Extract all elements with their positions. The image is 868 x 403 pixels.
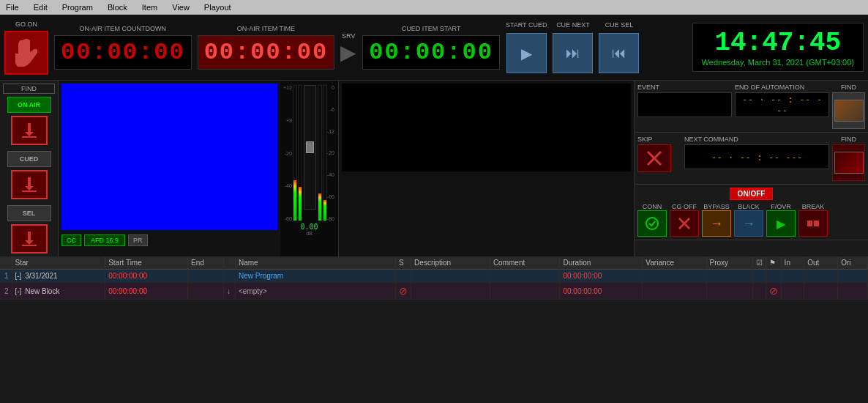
row2-variance (643, 283, 706, 300)
controls-row: CONN CG OFF (637, 203, 865, 237)
skip-end-icon: ⏮ (612, 45, 626, 62)
start-cued-button[interactable]: ▶ (506, 33, 547, 73)
cue-next-button[interactable]: ⏭ (553, 33, 593, 73)
row2-in (781, 283, 804, 300)
event-row: EVENT END OF AUTOMATION -- · -- : -- ---… (635, 81, 868, 133)
break-section: BREAK (798, 203, 828, 237)
go-on-button[interactable] (4, 31, 48, 75)
menu-item[interactable]: Item (139, 3, 160, 12)
menu-bar: File Edit Program Block Item View Playou… (0, 0, 868, 15)
cued-section: CUED ITEM START 00:00:00 (362, 25, 500, 70)
find-right2-button[interactable] (832, 144, 865, 181)
col-end: End (188, 256, 224, 270)
black-button[interactable]: → (734, 210, 763, 237)
menu-playout[interactable]: Playout (201, 3, 234, 12)
row1-s (396, 270, 411, 283)
fader-handle[interactable] (306, 141, 314, 153)
table-row[interactable]: 1 [-] 3/31/2021 00:00:00:00 New Program … (0, 270, 868, 283)
find-right-button[interactable] (832, 92, 865, 129)
row1-description (411, 270, 490, 283)
video-preview-section: CC AFD 16:9 PR (59, 81, 280, 256)
cg-off-icon (677, 216, 692, 231)
cued-action-button[interactable] (11, 170, 48, 199)
menu-edit[interactable]: Edit (31, 3, 50, 12)
on-off-button[interactable]: ON/OFF (730, 188, 774, 200)
row1-marker: [-] 3/31/2021 (12, 270, 105, 283)
program-monitor-section (342, 84, 631, 254)
find-thumbnail2 (834, 152, 864, 174)
row2-s: ⊘ (396, 283, 411, 300)
conn-section: CONN (637, 203, 667, 237)
program-monitor-top (342, 84, 631, 166)
conn-button[interactable] (637, 210, 667, 237)
row1-in (781, 270, 804, 283)
video-preview (61, 84, 277, 230)
row1-end (188, 270, 224, 283)
right-db-scale: 0 -6 -12 -20 -40 -60 -80 (327, 85, 335, 221)
menu-program[interactable]: Program (59, 3, 96, 12)
cued-download-icon (19, 174, 40, 195)
menu-view[interactable]: View (169, 3, 192, 12)
left-db-scale: +12 +9 -20 -40 -60 (283, 85, 293, 221)
col-name: Name (235, 256, 395, 270)
table-row[interactable]: 2 [-] New Block 00:00:00:00 ↓ <empty> ⊘ … (0, 283, 868, 300)
menu-block[interactable]: Block (105, 3, 130, 12)
fader[interactable] (304, 85, 316, 210)
meter-r1 (318, 85, 322, 221)
skip-x-icon (646, 150, 662, 166)
row2-description (411, 283, 490, 300)
skip-header: SKIP (637, 136, 681, 143)
afd-label: AFD 16:9 (84, 234, 125, 246)
cg-off-button[interactable] (670, 210, 699, 237)
col-cb2: ⚑ (766, 256, 781, 270)
meter-r2-fill (323, 200, 326, 221)
row1-ori (838, 270, 868, 283)
black-arrow-icon: → (742, 216, 755, 232)
cued-status[interactable]: CUED (7, 151, 51, 167)
row2-name: <empty> (235, 283, 395, 300)
event-header: EVENT (637, 84, 732, 91)
sel-action-button[interactable] (11, 224, 48, 254)
cc-button[interactable]: CC (61, 234, 81, 246)
cued-item-label: CUED ITEM START (402, 25, 461, 32)
row2-flag: ↓ (223, 283, 235, 300)
audio-meters: +12 +9 -20 -40 -60 (280, 81, 339, 256)
end-automation-dashes: -- · -- : -- --- (740, 94, 824, 116)
col-start-time: Start Time (105, 256, 188, 270)
on-air-action-button[interactable] (11, 116, 48, 145)
event-display (637, 92, 732, 117)
col-ori: Ori (838, 256, 868, 270)
row1-proxy (706, 270, 752, 283)
skip-button[interactable] (637, 144, 671, 172)
col-star: Star (12, 256, 105, 270)
left-meter-pair (293, 85, 302, 221)
cue-sel-button[interactable]: ⏮ (599, 33, 639, 73)
row1-variance (643, 270, 706, 283)
row2-marker: [-] New Block (12, 283, 105, 300)
playlist: Star Start Time End Name S Description C… (0, 256, 868, 300)
svg-point-2 (646, 218, 658, 229)
break-label: BREAK (802, 203, 825, 210)
break-button[interactable] (798, 210, 828, 237)
fovr-button[interactable]: ▶ (766, 210, 796, 237)
cue-next-section: CUE NEXT ⏭ (553, 21, 593, 73)
sel-status[interactable]: SEL (7, 205, 51, 221)
main-content: FIND ON AIR CUED SEL CC AFD 16 (0, 81, 868, 256)
preview-controls: CC AFD 16:9 PR (59, 233, 280, 248)
countdown-section: ON-AIR ITEM COUNTDOWN 00:00:00 (54, 25, 192, 70)
table-header-row: Star Start Time End Name S Description C… (0, 256, 868, 270)
srv-section: SRV ▶ (340, 32, 356, 63)
row2-start-time: 00:00:00:00 (105, 283, 188, 300)
row1-cb1 (752, 270, 766, 283)
play-arrow-icon: ▶ (340, 42, 356, 63)
black-section: BLACK → (734, 203, 763, 237)
cue-sel-label: CUE SEL (605, 21, 634, 29)
bypass-arrow-icon: → (710, 216, 723, 232)
on-air-status[interactable]: ON AIR (7, 97, 51, 113)
col-cb1: ☑ (752, 256, 766, 270)
bypass-button[interactable]: → (702, 210, 731, 237)
skip-row: SKIP NEXT COMMAND -- · -- : -- --- FIND (635, 133, 868, 185)
find-right-header: FIND (841, 84, 856, 91)
menu-file[interactable]: File (3, 3, 22, 12)
pr-button[interactable]: PR (128, 234, 148, 246)
